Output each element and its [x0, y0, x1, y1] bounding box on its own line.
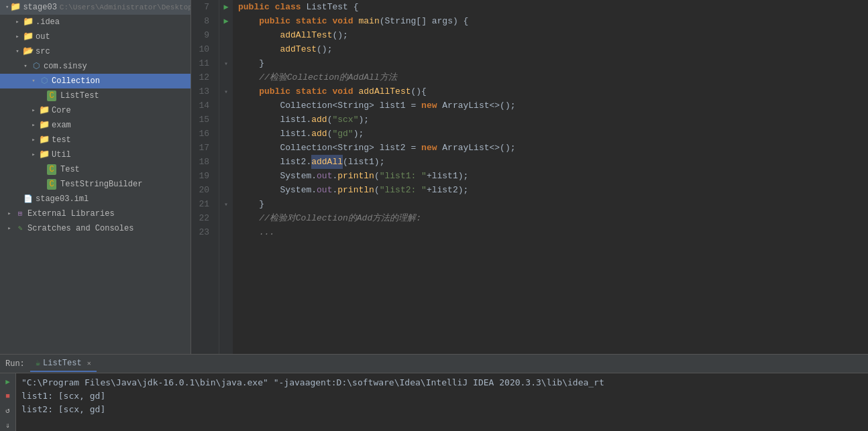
- sidebar-label-listtest: ListTest: [60, 91, 99, 101]
- run-label: Run:: [5, 359, 25, 369]
- code-line-9: addAllTest();: [238, 28, 863, 42]
- arrow-com-sinsy: [21, 62, 30, 70]
- gutter-20: [219, 183, 233, 197]
- line-num-8: 8: [197, 14, 213, 28]
- sidebar-item-listtest[interactable]: C ListTest: [0, 88, 191, 103]
- code-line-13: public static void addAllTest(){: [238, 84, 863, 99]
- sidebar-item-exam[interactable]: 📁 exam: [0, 118, 191, 133]
- run-tab-close[interactable]: ✕: [87, 359, 91, 367]
- sidebar-label-src: src: [36, 47, 50, 56]
- gutter-19: [219, 169, 233, 183]
- gutter-14: [219, 99, 233, 113]
- line-num-23: 23: [197, 225, 213, 239]
- sidebar-label-test-class: Test: [60, 165, 80, 174]
- run-tab-label: ListTest: [43, 359, 82, 368]
- arrow-idea: [13, 18, 21, 26]
- sidebar-item-core[interactable]: 📁 Core: [0, 103, 191, 118]
- gutter-17: [219, 141, 233, 155]
- sidebar-label-exam: exam: [52, 121, 71, 130]
- line-num-7: 7: [197, 0, 213, 14]
- sidebar-item-stage03-iml[interactable]: 📄 stage03.iml: [0, 192, 191, 206]
- run-scroll-button[interactable]: ⇓: [2, 420, 14, 432]
- fold-gutter-11[interactable]: ▾: [219, 56, 233, 70]
- scratch-icon: ✎: [15, 223, 25, 234]
- run-side-buttons: ▶ ■ ↺ ⇓: [0, 373, 16, 431]
- package-open-icon: ⬡: [39, 76, 50, 86]
- line-num-21: 21: [197, 197, 213, 211]
- run-stop-button[interactable]: ■: [2, 391, 14, 403]
- gutter-16: [219, 127, 233, 141]
- java-c-icon: C: [47, 164, 56, 175]
- sidebar-item-test-class[interactable]: C Test: [0, 162, 191, 177]
- arrow-stage03: [5, 3, 9, 11]
- code-area[interactable]: 7 8 9 10 11 12 13 14 15 16 17 18 19 20 2…: [191, 0, 868, 354]
- code-line-7: public class ListTest {: [238, 0, 863, 14]
- sidebar-item-test[interactable]: 📁 test: [0, 133, 191, 147]
- sidebar-item-src[interactable]: 📂 src: [0, 44, 191, 59]
- run-rerun-button[interactable]: ↺: [2, 405, 14, 417]
- code-line-16: list1.add("gd");: [238, 127, 863, 141]
- run-output: "C:\Program Files\Java\jdk-16.0.1\bin\ja…: [16, 373, 868, 431]
- folder-icon: 📁: [39, 105, 50, 116]
- java-class-icon: C: [47, 90, 56, 101]
- run-output-cmd: "C:\Program Files\Java\jdk-16.0.1\bin\ja…: [21, 376, 863, 389]
- gutter-18: [219, 155, 233, 169]
- run-content: ▶ ■ ↺ ⇓ "C:\Program Files\Java\jdk-16.0.…: [0, 373, 868, 431]
- sidebar-item-util[interactable]: 📁 Util: [0, 147, 191, 162]
- code-line-22: //检验对Collection的Add方法的理解:: [238, 211, 863, 225]
- main-area: 📁 stage03 C:\Users\Administrator\Desktop…: [0, 0, 868, 354]
- arrow-util: [30, 151, 38, 159]
- run-gutter-7[interactable]: ▶: [219, 0, 233, 14]
- sidebar-item-collection[interactable]: ⬡ Collection: [0, 74, 191, 88]
- code-line-14: Collection<String> list1 = new ArrayList…: [238, 99, 863, 113]
- arrow-test: [30, 136, 38, 144]
- sidebar-item-scratches[interactable]: ✎ Scratches and Consoles: [0, 221, 191, 236]
- line-num-15: 15: [197, 113, 213, 127]
- gutter-15: [219, 113, 233, 127]
- run-play-button[interactable]: ▶: [2, 376, 14, 388]
- sidebar-label-collection: Collection: [52, 76, 100, 86]
- line-num-19: 19: [197, 169, 213, 183]
- run-output-list2: list2: [scx, gd]: [21, 403, 863, 416]
- iml-icon: 📄: [23, 194, 34, 204]
- arrow-out: [13, 33, 21, 41]
- arrow-scratches: [5, 225, 13, 233]
- code-line-17: Collection<String> list2 = new ArrayList…: [238, 141, 863, 155]
- sidebar-label-ext-lib: External Libraries: [28, 209, 115, 219]
- fold-gutter-13[interactable]: ▾: [219, 84, 233, 99]
- run-gutter-8[interactable]: ▶: [219, 14, 233, 28]
- sidebar-label-util: Util: [52, 150, 71, 160]
- sidebar-item-idea[interactable]: 📁 .idea: [0, 15, 191, 29]
- arrow-core: [30, 107, 38, 115]
- folder-icon: 📁: [23, 17, 34, 27]
- line-num-14: 14: [197, 99, 213, 113]
- arrow-ext-lib: [5, 210, 13, 218]
- gutter: ▶ ▶ ▾ ▾ ▾: [219, 0, 233, 354]
- sidebar-item-com-sinsy[interactable]: ⬡ com.sinsy: [0, 59, 191, 74]
- line-num-17: 17: [197, 141, 213, 155]
- gutter-22: [219, 211, 233, 225]
- code-editor: 7 8 9 10 11 12 13 14 15 16 17 18 19 20 2…: [191, 0, 868, 354]
- run-output-list1: list1: [scx, gd]: [21, 389, 863, 403]
- gutter-23: [219, 225, 233, 239]
- run-tab-listtest[interactable]: ☕ ListTest ✕: [30, 355, 97, 372]
- sidebar-label-stage03: stage03: [23, 3, 56, 12]
- code-line-15: list1.add("scx");: [238, 113, 863, 127]
- sidebar-label-iml: stage03.iml: [36, 194, 89, 204]
- sidebar-item-ext-lib[interactable]: ⊞ External Libraries: [0, 206, 191, 221]
- sidebar-item-out[interactable]: 📁 out: [0, 29, 191, 44]
- fold-gutter-21[interactable]: ▾: [219, 197, 233, 211]
- package-icon: ⬡: [31, 61, 42, 72]
- line-num-13: 13: [197, 84, 213, 99]
- gutter-9: [219, 28, 233, 42]
- folder-icon: 📁: [39, 135, 50, 145]
- code-line-18: list2.addAll(list1);: [238, 155, 863, 169]
- sidebar-item-teststringbuilder[interactable]: C TestStringBuilder: [0, 177, 191, 192]
- sidebar-label-com-sinsy: com.sinsy: [44, 62, 87, 71]
- arrow-exam: [30, 121, 38, 129]
- code-lines-container[interactable]: public class ListTest { public static vo…: [233, 0, 868, 354]
- folder-icon: 📁: [39, 120, 50, 131]
- sidebar-item-stage03[interactable]: 📁 stage03 C:\Users\Administrator\Desktop: [0, 0, 191, 15]
- sidebar-label-core: Core: [52, 106, 71, 115]
- line-numbers: 7 8 9 10 11 12 13 14 15 16 17 18 19 20 2…: [191, 0, 219, 354]
